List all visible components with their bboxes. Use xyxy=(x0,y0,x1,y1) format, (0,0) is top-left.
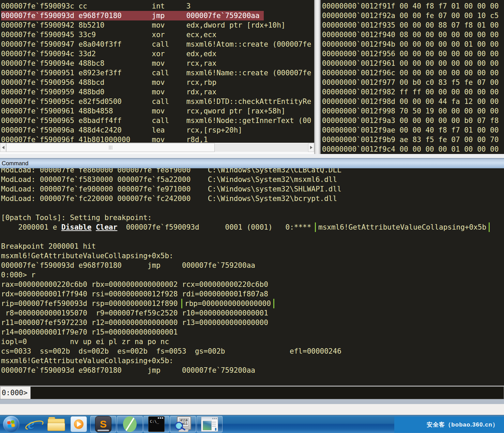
disasm-row: 000007fe`f590093c cc int 3 xyxy=(1,1,314,11)
memory-row: 00000000`0012f998 70 50 19 00 00 00 00 0… xyxy=(322,106,504,116)
command-line xyxy=(1,203,504,213)
command-line: msxml6!GetAttributeValueCollapsing+0x5b: xyxy=(1,251,504,261)
command-line: 0:000> r xyxy=(1,270,504,280)
command-input[interactable] xyxy=(31,386,504,399)
taskbar-item-green-app[interactable] xyxy=(117,416,143,432)
dml-link-clear[interactable]: Clear xyxy=(96,223,117,231)
windbg-screen: 000007fe`f590093c cc int 3000007fe`f5900… xyxy=(0,0,504,433)
disasm-row-text: 000007fe`f590094c 33d2 xor edx,edx xyxy=(1,50,216,58)
memory-pane: 00000000`0012f91f 00 40 f8 f7 01 00 00 0… xyxy=(321,0,504,154)
taskbar-item-media-player[interactable] xyxy=(67,416,90,433)
disassembly-rows: 000007fe`f590093c cc int 3000007fe`f5900… xyxy=(0,0,314,144)
memory-row: 00000000`0012f91f 00 40 f8 f7 01 00 00 0… xyxy=(322,1,504,11)
disasm-row-highlighted: 000007fe`f590093d e968f70180 jmp 000007f… xyxy=(1,11,264,20)
memory-row: 00000000`0012f98d 00 00 00 44 fa 12 00 0… xyxy=(322,97,504,106)
disasm-row-text: 000007fe`f5900961 488b4858 mov rcx,qword… xyxy=(1,107,285,115)
prompt-label: 0:000> xyxy=(0,386,31,399)
disasm-row-text: 000007fe`f5900951 e8923ef3ff call msxml6… xyxy=(1,69,311,77)
command-line: msxml6!GetAttributeValueCollapsing+0x5b: xyxy=(1,356,504,366)
memory-row: 00000000`0012f9b9 ae 83 f5 fe 07 00 00 7… xyxy=(322,135,504,144)
disasm-row: 000007fe`f5900961 488b4858 mov rcx,qword… xyxy=(1,106,314,116)
taskbar: e S C:\_ xyxy=(0,415,504,433)
command-line: ModLoad: 000007fe`f5830000 000007fe`f5a2… xyxy=(1,175,504,184)
memory-row: 00000000`0012f96c 00 00 00 00 00 00 00 0… xyxy=(322,68,504,78)
command-line xyxy=(1,232,504,242)
command-prompt-row: 0:000> xyxy=(0,386,504,399)
disasm-row-text: 000007fe`f590093c cc int 3 xyxy=(1,2,190,10)
command-line: 2000001 e Disable Clear 000007fe`f590093… xyxy=(1,222,504,232)
memory-row: 00000000`0012f935 00 00 00 88 07 f8 01 0… xyxy=(322,20,504,30)
disasm-row-text: 000007fe`f590094e 488bc8 mov rcx,rax xyxy=(1,59,216,67)
scroll-right-arrow-icon[interactable] xyxy=(308,143,314,152)
disasm-row: 000007fe`f590094e 488bc8 mov rcx,rax xyxy=(1,59,314,68)
disasm-row-text: 000007fe`f590095c e82f5d0500 call msxml6… xyxy=(1,97,311,106)
command-text: 2000001 e xyxy=(1,223,61,231)
start-button[interactable] xyxy=(0,416,22,433)
disasm-row-text: 000007fe`f5900965 e8badff4ff call msxml6… xyxy=(1,117,311,125)
disasm-row: 000007fe`f5900947 e8a040f3ff call msxml6… xyxy=(1,40,314,49)
taskbar-item-command-prompt[interactable]: C:\_ xyxy=(143,416,169,432)
memory-row: 00000000`0012f961 00 00 00 00 00 00 00 0… xyxy=(322,59,504,68)
play-icon xyxy=(77,421,81,427)
memory-row: 00000000`0012f940 08 00 00 00 00 00 00 0… xyxy=(322,30,504,40)
command-line: [0patch Tools]: Setting breakpoint: xyxy=(1,213,504,222)
memory-row: 00000000`0012f977 00 b0 c0 83 f5 fe 07 0… xyxy=(322,78,504,87)
command-lines: ModLoad: 000007fe`fe860000 000007fe`fe8f… xyxy=(0,168,504,375)
command-prompt-icon: C:\_ xyxy=(148,416,165,432)
command-line: iopl=0 nv up ei pl zr na po nc xyxy=(1,337,504,346)
dml-link-disable[interactable]: Disable xyxy=(61,223,92,231)
memory-row: 00000000`0012f92a 00 00 fe 07 00 00 10 c… xyxy=(322,11,504,20)
command-line: rip=000007fef590093d rsp=000000000012f89… xyxy=(1,299,504,308)
command-line: 000007fe`f590093d e968f70180 jmp 000007f… xyxy=(1,261,504,270)
command-line: ModLoad: 000007fe`fc220000 000007fe`fc24… xyxy=(1,194,504,203)
scroll-left-arrow-icon[interactable] xyxy=(0,143,6,152)
command-line: rax=000000000220c6b0 rbx=000000000000000… xyxy=(1,280,504,289)
frame-strip xyxy=(0,154,504,158)
taskbar-item-sublime-text[interactable]: S xyxy=(90,416,116,432)
command-output: ModLoad: 000007fe`fe860000 000007fe`fe8f… xyxy=(0,168,504,386)
watermark-text: 安全客（bobao.360.cn） xyxy=(394,417,504,433)
memory-row: 00000000`0012f956 00 00 00 00 00 00 00 0… xyxy=(322,49,504,59)
disasm-row-text: 000007fe`f5900942 8b5210 mov edx,dword p… xyxy=(1,21,285,29)
command-line: rdx=0000000001f7f940 rsi=000000000012f92… xyxy=(1,289,504,299)
taskbar-item-windbg[interactable]: 01101011 xyxy=(170,416,196,432)
statusbar-strip xyxy=(0,399,504,404)
command-line: r8=0000000000195070 r9=000007fef59c2520 … xyxy=(1,308,504,318)
internet-explorer-icon: e xyxy=(25,416,43,432)
folder-icon xyxy=(47,417,65,431)
disasm-row: 000007fe`f5900945 33c9 xor ecx,ecx xyxy=(1,30,314,40)
window-bottom-strip xyxy=(0,404,504,415)
command-line: Breakpoint 2000001 hit xyxy=(1,242,504,251)
command-line: r14=0000000001f79e70 r15=000000000000000… xyxy=(1,327,504,337)
disasm-row-text: 000007fe`f5900959 488bd0 mov rdx,rax xyxy=(1,88,216,96)
taskbar-item-app-window[interactable] xyxy=(197,416,223,432)
horizontal-scrollbar[interactable] xyxy=(0,143,314,152)
command-line: ModLoad: 000007fe`fe900000 000007fe`fe97… xyxy=(1,184,504,194)
taskbar-item-windows-explorer[interactable] xyxy=(45,416,67,433)
disasm-row: 000007fe`f590094c 33d2 xor edx,edx xyxy=(1,49,314,59)
command-line: ModLoad: 000007fe`fe860000 000007fe`fe8f… xyxy=(1,168,504,175)
disasm-row: 000007fe`f590093d e968f70180 jmp 000007f… xyxy=(1,11,314,20)
disasm-row: 000007fe`f5900959 488bd0 mov rdx,rax xyxy=(1,87,314,97)
taskbar-item-internet-explorer[interactable]: e xyxy=(22,416,45,433)
disasm-row: 000007fe`f5900956 488bcd mov rcx,rbp xyxy=(1,78,314,87)
disasm-row: 000007fe`f5900965 e8badff4ff call msxml6… xyxy=(1,116,314,125)
command-line: 000007fe`f590093d e968f70180 jmp 000007f… xyxy=(1,366,504,375)
disasm-row-text: 000007fe`f5900956 488bcd mov rcx,rbp xyxy=(1,78,216,87)
disasm-row: 000007fe`f590096a 488d4c2420 lea rcx,[rs… xyxy=(1,125,314,135)
disasm-row-text: 000007fe`f5900947 e8a040f3ff call msxml6… xyxy=(1,40,311,48)
green-oval-icon xyxy=(123,416,137,432)
disassembly-pane: 000007fe`f590093c cc int 3000007fe`f5900… xyxy=(0,0,314,154)
green-annotation-box: msxml6!GetAttributeValueCollapsing+0x5b xyxy=(315,222,490,232)
memory-row: 00000000`0012f9a3 00 00 00 00 00 b0 07 f… xyxy=(322,116,504,125)
windows-logo-icon xyxy=(3,416,19,432)
pane-splitter[interactable] xyxy=(314,0,321,154)
command-line: cs=0033 ss=002b ds=002b es=002b fs=0053 … xyxy=(1,346,504,356)
media-player-icon xyxy=(71,416,87,432)
disasm-row-text: 000007fe`f590096a 488d4c2420 lea rcx,[rs… xyxy=(1,126,242,134)
memory-rows: 00000000`0012f91f 00 40 f8 f7 01 00 00 0… xyxy=(321,0,504,154)
app-window-icon xyxy=(201,417,218,432)
green-annotation-box: rbp=0000000000000000 xyxy=(181,299,274,308)
scrollbar-thumb[interactable] xyxy=(6,143,215,152)
disasm-row: 000007fe`f590095c e82f5d0500 call msxml6… xyxy=(1,97,314,106)
